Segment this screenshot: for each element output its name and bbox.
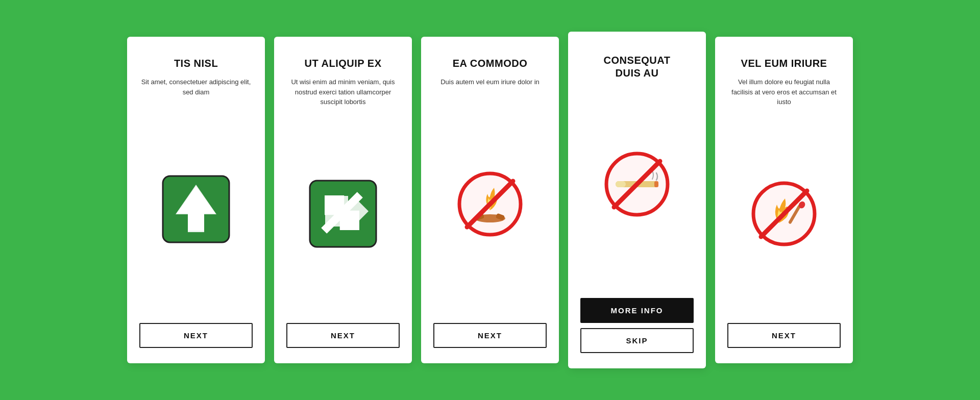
no-campfire-icon bbox=[454, 168, 526, 240]
card-4: CONSEQUAT DUIS AU MORE INFO SKIP bbox=[568, 32, 706, 368]
card-1-next-button[interactable]: NEXT bbox=[139, 323, 253, 348]
card-4-title: CONSEQUAT DUIS AU bbox=[604, 54, 671, 80]
card-1: TIS NISL Sit amet, consectetuer adipisci… bbox=[127, 37, 265, 363]
card-2-title: UT ALIQUIP EX bbox=[305, 57, 382, 70]
card-2-next-button[interactable]: NEXT bbox=[286, 323, 400, 348]
arrow-up-icon bbox=[160, 173, 232, 245]
card-2-desc: Ut wisi enim ad minim veniam, quis nostr… bbox=[286, 77, 400, 107]
card-1-title: TIS NISL bbox=[174, 57, 218, 70]
card-1-icon-area bbox=[160, 111, 232, 307]
card-3-icon-area bbox=[454, 102, 526, 307]
svg-marker-5 bbox=[321, 192, 363, 234]
svg-rect-14 bbox=[654, 181, 658, 187]
card-5-icon-area bbox=[748, 121, 820, 307]
skip-button[interactable]: SKIP bbox=[580, 328, 694, 353]
card-5: VEL EUM IRIURE Vel illum dolore eu feugi… bbox=[715, 37, 853, 363]
no-fire-match-icon bbox=[748, 178, 820, 249]
card-3-title: EA COMMODO bbox=[453, 57, 527, 70]
card-2: UT ALIQUIP EX Ut wisi enim ad minim veni… bbox=[274, 37, 412, 363]
card-3: EA COMMODO Duis autem vel eum iriure dol… bbox=[421, 37, 559, 363]
card-4-icon-area bbox=[601, 87, 673, 282]
no-smoking-icon bbox=[601, 148, 673, 220]
arrow-down-right-icon bbox=[307, 178, 379, 249]
card-5-title: VEL EUM IRIURE bbox=[741, 57, 827, 70]
card-1-desc: Sit amet, consectetuer adipiscing elit, … bbox=[139, 77, 253, 97]
card-5-next-button[interactable]: NEXT bbox=[727, 323, 841, 348]
more-info-button[interactable]: MORE INFO bbox=[580, 298, 694, 323]
card-2-icon-area bbox=[307, 121, 379, 307]
cards-container: TIS NISL Sit amet, consectetuer adipisci… bbox=[127, 32, 853, 368]
card-3-desc: Duis autem vel eum iriure dolor in bbox=[440, 77, 540, 87]
card-3-next-button[interactable]: NEXT bbox=[433, 323, 547, 348]
card-5-desc: Vel illum dolore eu feugiat nulla facili… bbox=[727, 77, 841, 107]
svg-rect-13 bbox=[616, 181, 626, 187]
